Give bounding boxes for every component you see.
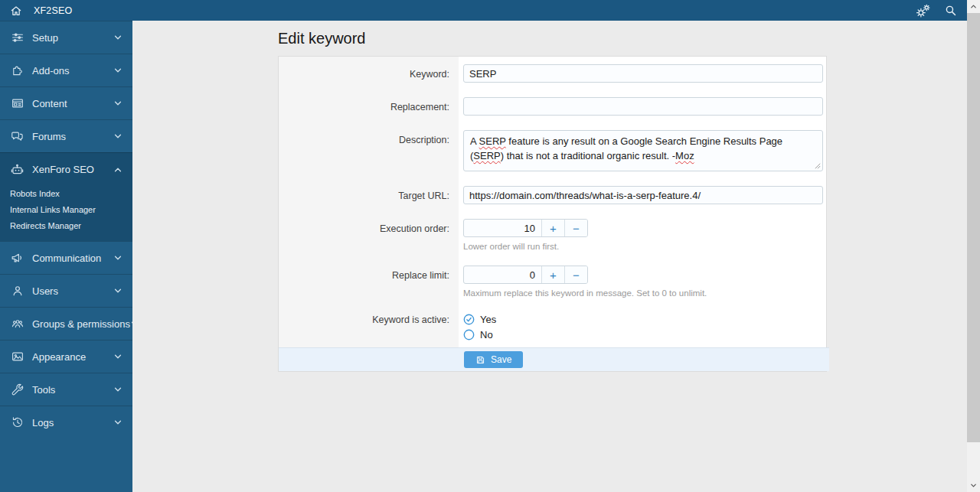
resize-handle-icon[interactable] (815, 163, 821, 169)
sidebar-item-logs[interactable]: Logs (0, 406, 132, 438)
radio-unchecked-icon (463, 329, 475, 340)
execution-order-cell: + − Lower order will run first. (459, 211, 829, 258)
radio-label: No (480, 329, 493, 340)
admin-app: XF2SEO (0, 0, 967, 492)
form-footer: Save (279, 347, 829, 371)
sidebar-item-add-ons[interactable]: Add-ons (0, 54, 132, 86)
sidebar-item-groups-permissions[interactable]: Groups & permissions (0, 307, 132, 340)
wrench-icon (9, 382, 25, 397)
keyword-active-label: Keyword is active: (279, 305, 459, 347)
image-icon (9, 349, 25, 364)
robot-icon (9, 162, 25, 178)
chevron-down-icon (113, 418, 123, 427)
sidebar-subitem-internal-links-manager[interactable]: Internal Links Manager (0, 202, 132, 218)
sidebar-item-label: XenForo SEO (32, 164, 113, 175)
sidebar-item-communication[interactable]: Communication (0, 241, 132, 274)
chevron-down-icon (113, 33, 123, 42)
sidebar-group-xenforo-seo: XenForo SEO Robots Index Internal Links … (0, 152, 132, 241)
save-floppy-icon (475, 355, 485, 365)
search-button[interactable] (944, 4, 957, 17)
sidebar-item-users[interactable]: Users (0, 274, 132, 307)
keyword-input[interactable] (463, 64, 823, 83)
keyword-active-radio-group: Yes No (463, 312, 823, 340)
scrollbar-thumb[interactable] (967, 13, 980, 442)
sidebar-item-label: Forums (32, 131, 113, 142)
settings-button[interactable] (915, 3, 931, 18)
sidebar-item-label: Appearance (32, 351, 113, 363)
gears-icon (915, 3, 931, 18)
sidebar-item-label: Logs (32, 417, 113, 428)
top-bar: XF2SEO (0, 0, 967, 21)
replace-limit-stepper: + − (463, 266, 588, 284)
home-button[interactable] (10, 5, 22, 17)
sidebar-item-forums[interactable]: Forums (0, 119, 132, 152)
execution-order-hint: Lower order will run first. (463, 242, 823, 251)
execution-order-input[interactable] (464, 220, 541, 236)
form-grid: Keyword: Replacement: Description: A SER… (279, 57, 826, 371)
save-button[interactable]: Save (464, 351, 523, 368)
brand-title[interactable]: XF2SEO (34, 5, 73, 16)
keyword-active-cell: Yes No (459, 305, 829, 347)
sidebar-nav: Setup Add-ons (0, 21, 132, 492)
chevron-down-icon (113, 66, 123, 75)
description-text: ) that is not a traditional organic resu… (501, 150, 675, 161)
description-text: A (470, 135, 479, 147)
history-icon (9, 415, 25, 430)
description-text-misspelled: SERP (473, 150, 500, 161)
scrollbar[interactable] (967, 0, 980, 492)
replacement-cell (459, 90, 829, 122)
chevron-down-icon (113, 253, 123, 262)
execution-order-stepper: + − (463, 219, 588, 237)
scroll-up-arrow[interactable] (967, 0, 980, 13)
megaphone-icon (9, 250, 25, 266)
sidebar-item-label: Communication (32, 253, 113, 264)
sidebar-item-appearance[interactable]: Appearance (0, 340, 132, 373)
sidebar-item-label: Setup (32, 32, 113, 44)
scroll-down-arrow[interactable] (967, 479, 980, 492)
replacement-input[interactable] (463, 97, 823, 116)
sidebar-subitem-robots-index[interactable]: Robots Index (0, 186, 132, 202)
replace-limit-label: Replace limit: (279, 258, 459, 305)
page-title: Edit keyword (278, 30, 967, 47)
sidebar-item-setup[interactable]: Setup (0, 21, 132, 54)
replace-limit-input[interactable] (464, 266, 541, 283)
increment-button[interactable]: + (541, 266, 564, 283)
chevron-up-icon (113, 165, 123, 174)
replace-limit-hint: Maximum replace this keyword in message.… (463, 288, 823, 298)
decrement-button[interactable]: − (564, 220, 587, 236)
edit-keyword-form: Keyword: Replacement: Description: A SER… (278, 56, 827, 372)
sidebar-item-tools[interactable]: Tools (0, 373, 132, 406)
decrement-button[interactable]: − (564, 266, 587, 283)
user-group-icon (9, 316, 25, 331)
radio-option-no[interactable]: No (463, 329, 823, 340)
sliders-icon (9, 30, 25, 45)
home-icon (10, 5, 22, 17)
main-content: Edit keyword Keyword: Replacement: Descr… (132, 21, 967, 492)
execution-order-label: Execution order: (279, 211, 459, 258)
sidebar-item-content[interactable]: Content (0, 86, 132, 119)
user-icon (9, 283, 25, 298)
description-textarea[interactable]: A SERP feature is any result on a Google… (463, 130, 823, 171)
comments-icon (9, 129, 25, 144)
increment-button[interactable]: + (541, 220, 564, 236)
radio-checked-icon (463, 314, 475, 325)
sidebar-item-xenforo-seo[interactable]: XenForo SEO (0, 153, 132, 186)
sidebar-item-label: Users (32, 285, 113, 297)
target-url-input[interactable] (463, 186, 823, 204)
description-text-misspelled: Moz (675, 150, 694, 161)
description-label: Description: (279, 122, 459, 178)
description-cell: A SERP feature is any result on a Google… (459, 122, 829, 178)
keyword-label: Keyword: (279, 57, 459, 90)
newspaper-icon (9, 96, 25, 111)
radio-label: Yes (480, 314, 496, 325)
keyword-cell (459, 57, 829, 90)
sidebar-item-label: Content (32, 98, 113, 109)
sidebar-item-label: Groups & permissions (32, 318, 130, 330)
sidebar-item-label: Tools (32, 384, 113, 396)
chevron-down-icon (113, 385, 123, 394)
description-text-misspelled: SERP (479, 135, 506, 147)
replace-limit-cell: + − Maximum replace this keyword in mess… (459, 258, 829, 305)
radio-option-yes[interactable]: Yes (463, 314, 823, 325)
search-icon (944, 4, 957, 17)
sidebar-subitem-redirects-manager[interactable]: Redirects Manager (0, 218, 132, 234)
